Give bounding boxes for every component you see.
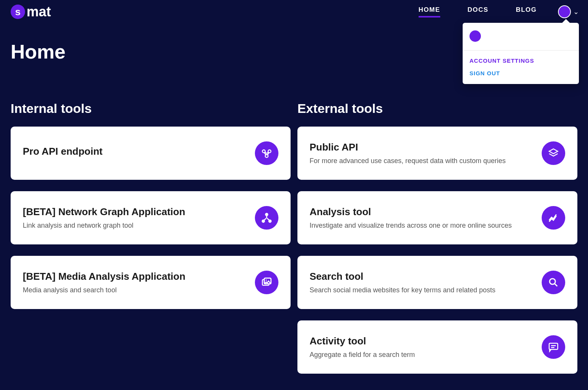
logo[interactable]: s mat (11, 4, 51, 20)
internal-tools-title: Internal tools (11, 101, 291, 116)
columns: Internal tools Pro API endpoint [BETA] N… (0, 101, 588, 385)
card-desc: Investigate and visualize trends across … (310, 222, 534, 230)
card-desc: Search social media websites for key ter… (310, 286, 534, 294)
graph-icon (255, 206, 278, 230)
logo-text: mat (27, 4, 51, 20)
nav-docs[interactable]: DOCS (468, 6, 488, 17)
nav-blog[interactable]: BLOG (516, 6, 537, 17)
card-desc: Aggregate a field for a search term (310, 351, 534, 359)
search-icon (542, 271, 565, 294)
chevron-down-icon: ⌄ (573, 8, 579, 16)
api-icon (255, 141, 278, 165)
card-text: Activity tool Aggregate a field for a se… (310, 335, 542, 359)
public-api-card[interactable]: Public API For more advanced use cases, … (297, 127, 577, 180)
card-desc: Link analysis and network graph tool (23, 222, 247, 230)
user-menu-trigger[interactable]: ⌄ (558, 5, 579, 18)
svg-point-3 (266, 213, 268, 216)
external-tools-column: External tools Public API For more advan… (297, 101, 577, 385)
user-dropdown: ACCOUNT SETTINGS SIGN OUT (463, 23, 579, 84)
activity-tool-card[interactable]: Activity tool Aggregate a field for a se… (297, 320, 577, 374)
internal-tools-column: Internal tools Pro API endpoint [BETA] N… (11, 101, 291, 385)
card-desc: Media analysis and search tool (23, 286, 247, 294)
svg-point-1 (268, 150, 271, 153)
analysis-tool-card[interactable]: Analysis tool Investigate and visualize … (297, 191, 577, 244)
card-title: Analysis tool (310, 206, 534, 218)
account-settings-link[interactable]: ACCOUNT SETTINGS (469, 57, 572, 64)
network-graph-card[interactable]: [BETA] Network Graph Application Link an… (11, 191, 291, 244)
chat-icon (542, 335, 565, 359)
card-text: Public API For more advanced use cases, … (310, 141, 542, 165)
logo-mark: s (11, 5, 25, 19)
svg-rect-11 (549, 343, 558, 349)
svg-point-0 (262, 150, 266, 153)
card-title: [BETA] Network Graph Application (23, 206, 247, 218)
card-text: Analysis tool Investigate and visualize … (310, 206, 542, 230)
media-analysis-card[interactable]: [BETA] Media Analysis Application Media … (11, 256, 291, 309)
dropdown-body: ACCOUNT SETTINGS SIGN OUT (463, 51, 579, 84)
card-title: [BETA] Media Analysis Application (23, 271, 247, 282)
card-text: [BETA] Media Analysis Application Media … (23, 271, 255, 294)
card-text: [BETA] Network Graph Application Link an… (23, 206, 255, 230)
svg-point-9 (266, 279, 267, 281)
external-tools-title: External tools (297, 101, 577, 116)
pro-api-card[interactable]: Pro API endpoint (11, 127, 291, 180)
card-text: Pro API endpoint (23, 146, 255, 161)
avatar (558, 5, 571, 18)
nav: HOME DOCS BLOG ⌄ (419, 5, 579, 18)
sign-out-link[interactable]: SIGN OUT (469, 70, 572, 76)
card-title: Public API (310, 141, 534, 153)
card-text: Search tool Search social media websites… (310, 271, 542, 294)
card-title: Activity tool (310, 335, 534, 347)
nav-links: HOME DOCS BLOG (419, 6, 537, 17)
dropdown-avatar (469, 30, 481, 42)
layers-icon (542, 141, 565, 165)
search-tool-card[interactable]: Search tool Search social media websites… (297, 256, 577, 309)
card-title: Search tool (310, 271, 534, 282)
card-desc: For more advanced use cases, request dat… (310, 157, 534, 165)
nav-home[interactable]: HOME (419, 6, 440, 17)
dropdown-header (463, 23, 579, 51)
card-title: Pro API endpoint (23, 146, 247, 157)
media-icon (255, 271, 278, 294)
header: s mat HOME DOCS BLOG ⌄ (0, 0, 588, 21)
trend-icon (542, 206, 565, 230)
svg-point-10 (550, 279, 555, 284)
